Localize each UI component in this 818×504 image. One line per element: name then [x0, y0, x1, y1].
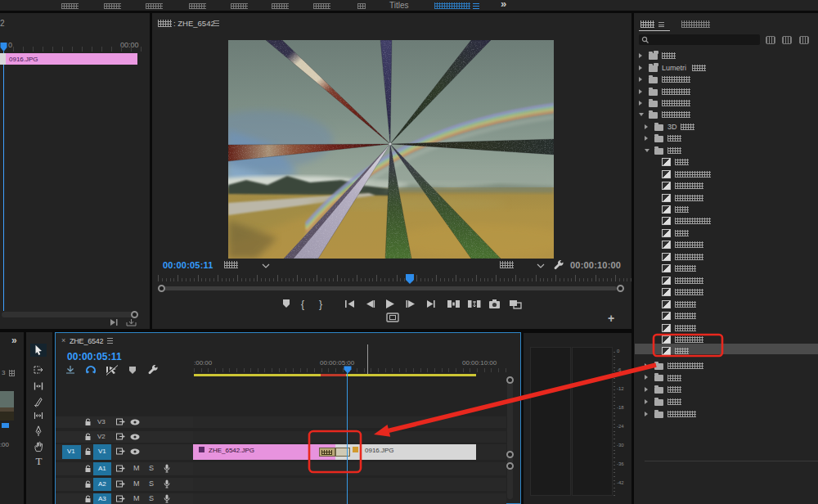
svg-text:}: } [319, 299, 322, 310]
svg-text:{: { [301, 299, 304, 310]
svg-text:T: T [35, 455, 42, 466]
